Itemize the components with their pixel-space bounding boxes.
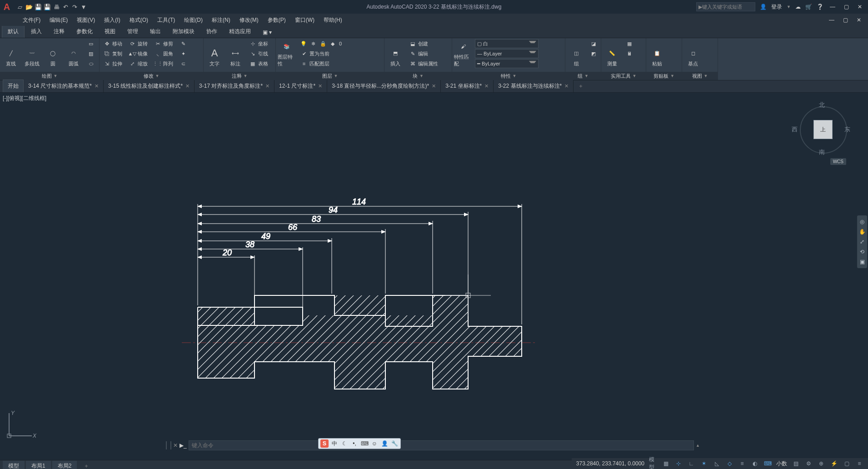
menu-window[interactable]: 窗口(W) xyxy=(290,15,319,26)
saveas-icon[interactable]: 💾 xyxy=(44,3,51,10)
menu-format[interactable]: 格式(O) xyxy=(125,15,153,26)
new-icon[interactable]: ▱ xyxy=(16,3,24,10)
doc-maximize-button[interactable]: ▢ xyxy=(841,15,850,25)
cmdbar-handle-icon[interactable] xyxy=(166,441,171,449)
copy-button[interactable]: ⿻复制 xyxy=(101,49,124,58)
ribbon-tab-more[interactable]: ▣ ▾ xyxy=(257,27,277,38)
isodraft-toggle-icon[interactable]: ◺ xyxy=(713,459,721,468)
layer-freeze-icon[interactable]: ❄ xyxy=(309,39,317,48)
ime-lang[interactable]: 中 xyxy=(330,439,339,448)
workspace-icon[interactable]: ⚙ xyxy=(804,459,813,468)
undo-icon[interactable]: ↶ xyxy=(62,3,69,10)
viewcube-west[interactable]: 西 xyxy=(792,125,798,134)
login-label[interactable]: 登录 xyxy=(771,3,782,11)
layout-tab-model[interactable]: 模型 xyxy=(3,461,25,469)
cmdbar-history-icon[interactable]: ▲ xyxy=(696,443,700,448)
ribbon-tab-manage[interactable]: 管理 xyxy=(122,25,144,38)
arc-button[interactable]: ◠圆弧 xyxy=(65,39,83,67)
anno-monitor-icon[interactable]: ⊕ xyxy=(817,459,825,468)
osnap-toggle-icon[interactable]: ◇ xyxy=(725,459,733,468)
ime-soft-kbd-icon[interactable]: ⌨ xyxy=(360,439,369,448)
linetype-combo[interactable]: — ByLayer xyxy=(475,49,539,58)
ribbon-tab-insert[interactable]: 插入 xyxy=(25,25,47,38)
menu-tools[interactable]: 工具(T) xyxy=(153,15,180,26)
dyn-input-toggle-icon[interactable]: ⌨ xyxy=(763,459,772,468)
layer-lock-icon[interactable]: 🔒 xyxy=(318,39,328,48)
dimension-button[interactable]: ⟷标注 xyxy=(226,39,244,67)
doc-tab[interactable]: 3-18 直径与半径标...分秒角度绘制方法)*✕ xyxy=(327,80,441,92)
ime-logo-icon[interactable]: S xyxy=(320,439,329,448)
ribbon-tab-parametric[interactable]: 参数化 xyxy=(71,25,98,38)
ribbon-tab-addins[interactable]: 附加模块 xyxy=(167,25,200,38)
match-props-button[interactable]: 🖌特性匹配 xyxy=(454,39,472,67)
paste-button[interactable]: 📋粘贴 xyxy=(648,39,666,67)
ime-emoji-icon[interactable]: ☺ xyxy=(370,439,379,448)
doc-tab[interactable]: 3-15 线性标注及创建标注样式*✕ xyxy=(104,80,195,92)
erase-button[interactable]: ✎ xyxy=(178,39,189,48)
wcs-badge[interactable]: WCS xyxy=(830,158,846,165)
doc-tab[interactable]: 3-21 坐标标注*✕ xyxy=(441,80,494,92)
measure-button[interactable]: 📏测量 xyxy=(603,39,621,67)
clean-screen-icon[interactable]: ▢ xyxy=(843,459,851,468)
save-icon[interactable]: 💾 xyxy=(35,3,42,10)
trim-button[interactable]: ✂修剪 xyxy=(152,39,175,48)
viewcube-south[interactable]: 南 xyxy=(819,148,825,156)
stretch-button[interactable]: ⇲拉伸 xyxy=(101,59,124,68)
array-button[interactable]: ⋮⋮阵列 xyxy=(152,59,175,68)
leader-button[interactable]: ↘引线 xyxy=(247,49,270,58)
menu-param[interactable]: 参数(P) xyxy=(263,15,290,26)
layer-name[interactable]: 0 xyxy=(337,39,344,48)
hardware-accel-icon[interactable]: ⚡ xyxy=(830,459,838,468)
hatch-button[interactable]: ▨ xyxy=(85,49,96,58)
close-icon[interactable]: ✕ xyxy=(484,83,489,89)
doc-tab[interactable]: 12-1 尺寸标注*✕ xyxy=(274,80,327,92)
fillet-button[interactable]: ◟圆角 xyxy=(152,49,175,58)
close-icon[interactable]: ✕ xyxy=(432,83,436,89)
maximize-button[interactable]: ▢ xyxy=(842,2,851,11)
table-button[interactable]: ▦表格 xyxy=(247,59,270,68)
edit-block-button[interactable]: ✎编辑 xyxy=(407,49,440,58)
lineweight-combo[interactable]: ━ ByLayer xyxy=(475,59,539,68)
close-icon[interactable]: ✕ xyxy=(318,83,322,89)
close-icon[interactable]: ✕ xyxy=(185,83,190,89)
close-button[interactable]: ✕ xyxy=(855,2,864,11)
minimize-button[interactable]: — xyxy=(828,2,837,11)
group-edit-button[interactable]: ◩ xyxy=(588,49,599,58)
lineweight-toggle-icon[interactable]: ≡ xyxy=(738,459,746,468)
transparency-toggle-icon[interactable]: ◐ xyxy=(751,459,759,468)
viewcube-north[interactable]: 北 xyxy=(819,101,825,109)
command-input[interactable] xyxy=(189,440,694,450)
ribbon-tab-collab[interactable]: 协作 xyxy=(201,25,223,38)
ime-moon-icon[interactable]: ☾ xyxy=(340,439,349,448)
nav-wheel-icon[interactable]: ◎ xyxy=(858,218,866,225)
quickprops-icon[interactable]: ▤ xyxy=(792,459,800,468)
quick-calc-button[interactable]: 🖩 xyxy=(624,49,635,58)
rectangle-button[interactable]: ▭ xyxy=(85,39,96,48)
ortho-toggle-icon[interactable]: ∟ xyxy=(687,459,695,468)
ellipse-button[interactable]: ⬭ xyxy=(85,59,96,68)
open-icon[interactable]: 📂 xyxy=(25,3,33,10)
layer-off-icon[interactable]: 💡 xyxy=(299,39,309,48)
circle-button[interactable]: ◯圆 xyxy=(44,39,62,67)
pan-icon[interactable]: ✋ xyxy=(858,228,866,235)
close-icon[interactable]: ✕ xyxy=(564,83,569,89)
create-block-button[interactable]: ⬓创建 xyxy=(407,39,440,48)
orbit-icon[interactable]: ⟲ xyxy=(858,248,866,255)
menu-view[interactable]: 视图(V) xyxy=(72,15,100,26)
edit-attr-button[interactable]: ⌘编辑属性 xyxy=(407,59,440,68)
new-doc-tab[interactable]: ＋ xyxy=(574,80,588,92)
text-button[interactable]: A文字 xyxy=(205,39,224,67)
ribbon-tab-output[interactable]: 输出 xyxy=(145,25,166,38)
help-icon[interactable]: ❔ xyxy=(817,4,823,10)
cmdbar-close-icon[interactable]: ✕ xyxy=(173,442,178,449)
account-icon[interactable]: 👤 xyxy=(760,4,767,10)
menu-insert[interactable]: 插入(I) xyxy=(100,15,125,26)
layer-props-button[interactable]: 📚图层特性 xyxy=(278,39,296,67)
mirror-button[interactable]: ▲▽镜像 xyxy=(127,49,150,58)
showmotion-icon[interactable]: ▣ xyxy=(858,258,866,265)
ime-punct-icon[interactable]: •, xyxy=(350,439,359,448)
viewcube-east[interactable]: 东 xyxy=(844,125,850,134)
menu-draw[interactable]: 绘图(D) xyxy=(180,15,207,26)
autodesk-app-icon[interactable]: ☁ xyxy=(795,4,801,10)
close-icon[interactable]: ✕ xyxy=(95,83,99,89)
